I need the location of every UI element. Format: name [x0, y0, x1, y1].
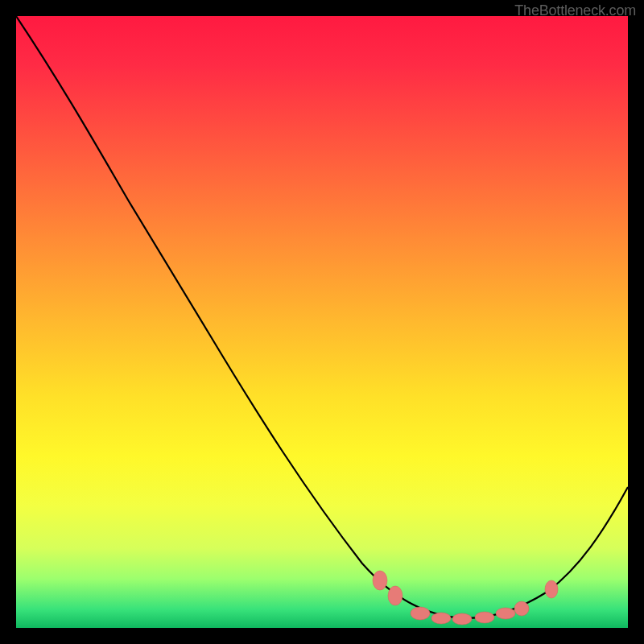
plot-area	[16, 16, 628, 628]
data-marker	[431, 613, 451, 624]
chart-svg	[16, 16, 628, 628]
chart-frame: TheBottleneck.com	[0, 0, 644, 644]
data-marker	[496, 608, 515, 619]
data-marker	[388, 586, 402, 605]
data-marker	[411, 607, 430, 620]
watermark-text: TheBottleneck.com	[514, 2, 636, 19]
data-marker	[545, 580, 558, 598]
marker-group	[373, 571, 558, 625]
bottleneck-curve	[16, 16, 628, 618]
data-marker	[373, 571, 387, 590]
data-marker	[452, 613, 472, 625]
data-marker	[514, 601, 529, 616]
data-marker	[475, 612, 494, 623]
